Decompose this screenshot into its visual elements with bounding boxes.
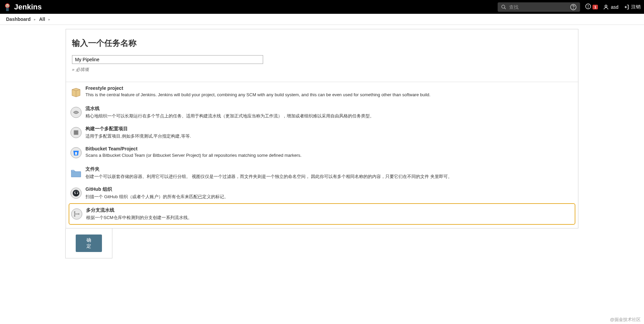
page-title: 输入一个任务名称	[72, 38, 572, 48]
item-title: 流水线	[85, 106, 575, 112]
item-freestyle[interactable]: Freestyle project This is the central fe…	[69, 82, 575, 102]
item-title: GitHub 组织	[85, 186, 575, 192]
item-text: 流水线 精心地组织一个可以长期运行在多个节点上的任务。适用于构建流水线（更加正式…	[85, 106, 575, 119]
item-desc: 根据一个SCM仓库中检测到的分支创建一系列流水线。	[86, 215, 574, 221]
svg-point-12	[605, 5, 607, 7]
item-desc: 扫描一个 GitHub 组织（或者个人账户）的所有仓库来匹配已定义的标记。	[85, 194, 575, 200]
item-list: Freestyle project This is the central fe…	[66, 82, 578, 228]
alert-icon	[585, 3, 591, 10]
user-icon	[603, 4, 609, 10]
item-desc: Scans a Bitbucket Cloud Team (or Bitbuck…	[85, 153, 575, 158]
logout-icon	[623, 4, 630, 10]
alert-badge: 1	[593, 5, 598, 9]
item-desc: 创建一个可以嵌套存储的容器。利用它可以进行分组。 视图仅仅是一个过滤器，而文件夹…	[85, 174, 575, 180]
user-link[interactable]: asd	[603, 4, 618, 10]
required-note: » 必填项	[72, 67, 572, 73]
footer-box: 确定	[65, 228, 112, 258]
svg-point-11	[588, 7, 588, 8]
breadcrumbs: Dashboard ▸ All ▸	[0, 14, 644, 25]
breadcrumb-dashboard[interactable]: Dashboard	[6, 16, 31, 22]
item-text: GitHub 组织 扫描一个 GitHub 组织（或者个人账户）的所有仓库来匹配…	[85, 186, 575, 200]
svg-point-8	[573, 8, 574, 8]
logo-area[interactable]: Jenkins	[3, 2, 42, 12]
item-text: 多分支流水线 根据一个SCM仓库中检测到的分支创建一系列流水线。	[86, 207, 574, 221]
item-text: Freestyle project This is the central fe…	[85, 85, 575, 97]
item-title: Freestyle project	[85, 85, 575, 91]
github-icon	[69, 186, 83, 200]
main-content: 输入一个任务名称 » 必填项 Freestyle project This is…	[0, 25, 644, 265]
item-text: Bitbucket Team/Project Scans a Bitbucket…	[85, 146, 575, 158]
svg-point-5	[502, 5, 505, 8]
svg-point-26	[74, 211, 75, 213]
item-bitbucket[interactable]: Bitbucket Team/Project Scans a Bitbucket…	[69, 143, 575, 163]
item-title: 文件夹	[85, 166, 575, 172]
item-desc: 精心地组织一个可以长期运行在多个节点上的任务。适用于构建流水线（更加正式地应当称…	[85, 113, 575, 119]
item-desc: This is the central feature of Jenkins. …	[85, 92, 575, 97]
search-input[interactable]	[509, 4, 570, 10]
logout-link[interactable]: 注销	[623, 4, 641, 10]
svg-rect-22	[75, 152, 77, 155]
item-text: 文件夹 创建一个可以嵌套存储的容器。利用它可以进行分组。 视图仅仅是一个过滤器，…	[85, 166, 575, 180]
item-pipeline[interactable]: 流水线 精心地组织一个可以长期运行在多个节点上的任务。适用于构建流水线（更加正式…	[69, 102, 575, 122]
alert-area[interactable]: 1	[585, 3, 598, 10]
multibranch-icon	[70, 207, 83, 221]
svg-point-2	[6, 5, 7, 6]
chevron-right-icon: ▸	[48, 17, 50, 21]
search-icon	[501, 4, 506, 10]
jenkins-logo-icon	[3, 2, 11, 12]
item-github[interactable]: GitHub 组织 扫描一个 GitHub 组织（或者个人账户）的所有仓库来匹配…	[69, 183, 575, 203]
item-title: 多分支流水线	[86, 207, 574, 213]
item-desc: 适用于多配置项目,例如多环境测试,平台指定构建,等等.	[85, 133, 575, 139]
multiconfig-icon	[69, 126, 83, 139]
svg-rect-4	[6, 8, 9, 11]
logout-label: 注销	[631, 4, 641, 10]
folder-icon	[69, 166, 83, 180]
header-right: 1 asd 注销	[498, 2, 641, 12]
chevron-right-icon: ▸	[34, 17, 36, 21]
top-header: Jenkins	[0, 0, 644, 14]
svg-point-27	[74, 215, 75, 217]
item-multiconfig[interactable]: 构建一个多配置项目 适用于多配置项目,例如多环境测试,平台指定构建,等等.	[69, 122, 575, 143]
form-header: 输入一个任务名称 » 必填项	[66, 29, 578, 78]
item-title: 构建一个多配置项目	[85, 126, 575, 132]
svg-rect-16	[74, 131, 78, 135]
form-box: 输入一个任务名称 » 必填项 Freestyle project This is…	[66, 29, 578, 228]
item-folder[interactable]: 文件夹 创建一个可以嵌套存储的容器。利用它可以进行分组。 视图仅仅是一个过滤器，…	[69, 163, 575, 183]
svg-line-6	[504, 8, 506, 9]
item-name-input[interactable]	[72, 55, 263, 64]
item-title: Bitbucket Team/Project	[85, 146, 575, 151]
svg-point-3	[8, 5, 8, 6]
bitbucket-icon	[69, 146, 83, 159]
pipeline-icon	[69, 106, 83, 119]
breadcrumb-all[interactable]: All	[39, 16, 45, 22]
item-text: 构建一个多配置项目 适用于多配置项目,例如多环境测试,平台指定构建,等等.	[85, 126, 575, 139]
search-box[interactable]	[498, 2, 580, 12]
brand-text: Jenkins	[14, 3, 42, 11]
freestyle-icon	[69, 85, 83, 99]
submit-button[interactable]: 确定	[76, 235, 102, 252]
user-name: asd	[611, 4, 618, 10]
item-multibranch[interactable]: 多分支流水线 根据一个SCM仓库中检测到的分支创建一系列流水线。	[69, 203, 575, 225]
help-icon[interactable]	[570, 4, 577, 10]
svg-point-28	[78, 213, 79, 215]
